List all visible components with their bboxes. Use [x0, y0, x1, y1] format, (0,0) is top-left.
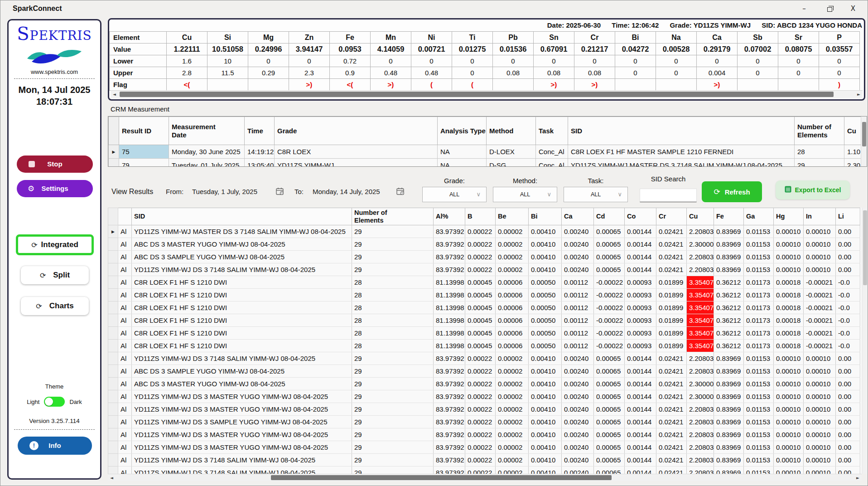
elements-count-cell[interactable]: 29: [352, 365, 434, 378]
results-column-header[interactable]: Cu: [687, 208, 714, 225]
value-cell[interactable]: 0.00144: [625, 238, 656, 251]
value-cell[interactable]: 0.00050: [529, 314, 562, 327]
value-cell[interactable]: -0.00021: [804, 289, 836, 301]
sid-cell[interactable]: YD11ZS YIMM-WJ DS 3 MASTER YUGO YIMM-WJ …: [132, 403, 352, 416]
value-cell[interactable]: 0.00144: [625, 403, 656, 416]
value-cell[interactable]: 0.83969: [714, 225, 744, 238]
results-row-gutter[interactable]: ▶: [108, 225, 118, 238]
elements-count-cell[interactable]: 29: [352, 251, 434, 263]
value-cell[interactable]: 0.01899: [656, 276, 687, 289]
task-cell[interactable]: Al: [118, 340, 132, 352]
crm-column-header[interactable]: Time: [245, 117, 275, 145]
value-cell[interactable]: 0.00065: [594, 467, 625, 474]
value-cell[interactable]: 0.00410: [529, 251, 562, 263]
value-cell[interactable]: 0.00240: [562, 238, 594, 251]
scrollbar-thumb[interactable]: [863, 210, 867, 285]
value-cell[interactable]: -0.00021: [804, 314, 836, 327]
value-cell[interactable]: 0.00010: [774, 467, 804, 474]
results-column-header[interactable]: B: [465, 208, 496, 225]
value-cell[interactable]: 0.00065: [594, 251, 625, 263]
value-cell[interactable]: -0.00021: [804, 327, 836, 340]
value-cell[interactable]: 0.00018: [774, 340, 804, 352]
sid-cell[interactable]: YD11ZS YIMM-WJ DS 3 MASTER YUGO YIMM-WJ …: [132, 441, 352, 454]
value-cell[interactable]: -0.0: [836, 276, 860, 289]
value-cell[interactable]: -0.0: [836, 314, 860, 327]
value-cell[interactable]: 0.00144: [625, 378, 656, 390]
results-row-gutter[interactable]: [108, 327, 118, 340]
crm-column-header[interactable]: SID: [568, 117, 795, 145]
sid-cell[interactable]: YD11ZS YIMM-WJ DS 3 7148 SALIM YIMM-WJ 0…: [132, 263, 352, 276]
value-cell[interactable]: 0.00022: [465, 441, 496, 454]
task-cell[interactable]: Al: [118, 251, 132, 263]
crm-column-header[interactable]: Number of Elements: [795, 117, 844, 145]
value-cell[interactable]: 0.01173: [744, 327, 774, 340]
results-row-gutter[interactable]: [108, 238, 118, 251]
value-cell[interactable]: 0.02421: [656, 390, 687, 403]
value-cell[interactable]: 0.00002: [496, 467, 529, 474]
sid-cell[interactable]: ABC DS 3 SAMPLE YUGO YIMM-WJ 08-04-2025: [132, 251, 352, 263]
refresh-button[interactable]: ⟳ Refresh: [702, 181, 762, 202]
value-cell[interactable]: 83.97392: [434, 365, 465, 378]
value-cell[interactable]: 0.00010: [774, 378, 804, 390]
value-cell[interactable]: 0.00: [836, 454, 860, 467]
results-column-header[interactable]: Bi: [529, 208, 562, 225]
value-cell[interactable]: 0.01173: [744, 301, 774, 314]
value-cell[interactable]: 0.00022: [465, 467, 496, 474]
value-cell[interactable]: 0.00022: [465, 352, 496, 365]
value-cell[interactable]: 0.00: [836, 416, 860, 428]
elements-count-cell[interactable]: 28: [352, 276, 434, 289]
value-cell[interactable]: 3.35407: [687, 289, 714, 301]
value-cell[interactable]: 0.00010: [804, 263, 836, 276]
value-cell[interactable]: 0.00093: [625, 276, 656, 289]
value-cell[interactable]: 0.00240: [562, 441, 594, 454]
elements-count-cell[interactable]: 29: [352, 225, 434, 238]
value-cell[interactable]: 83.97392: [434, 416, 465, 428]
value-cell[interactable]: 0.01153: [744, 378, 774, 390]
results-table-row[interactable]: AlYD11ZS YIMM-WJ DS 3 7148 SALIM YIMM-WJ…: [108, 263, 860, 276]
results-row-gutter[interactable]: [108, 301, 118, 314]
value-cell[interactable]: 0.00006: [496, 314, 529, 327]
value-cell[interactable]: 0.83969: [714, 263, 744, 276]
sid-search-input[interactable]: [640, 189, 697, 202]
value-cell[interactable]: 0.01153: [744, 428, 774, 441]
value-cell[interactable]: 0.36212: [714, 314, 744, 327]
value-cell[interactable]: 0.36212: [714, 289, 744, 301]
sid-cell[interactable]: YD11ZS YIMM-WJ MASTER DS 3 7148 SALIM YI…: [132, 225, 352, 238]
crm-cell[interactable]: C8R LOEX: [275, 145, 438, 159]
task-cell[interactable]: Al: [118, 352, 132, 365]
value-cell[interactable]: 83.97392: [434, 467, 465, 474]
value-cell[interactable]: 83.97392: [434, 403, 465, 416]
value-cell[interactable]: 0.00112: [562, 289, 594, 301]
sid-cell[interactable]: YD11ZS YIMM-WJ DS 3 MASTER YUGO YIMM-WJ …: [132, 390, 352, 403]
value-cell[interactable]: 81.13998: [434, 301, 465, 314]
value-cell[interactable]: 0.00065: [594, 238, 625, 251]
value-cell[interactable]: 0.00144: [625, 225, 656, 238]
value-cell[interactable]: 0.00144: [625, 454, 656, 467]
value-cell[interactable]: 0.00065: [594, 441, 625, 454]
value-cell[interactable]: 0.83969: [714, 403, 744, 416]
crm-cell[interactable]: NA: [438, 159, 487, 167]
value-cell[interactable]: 83.97392: [434, 238, 465, 251]
elements-count-cell[interactable]: 28: [352, 340, 434, 352]
results-table-row[interactable]: AlABC DS 3 SAMPLE YUGO YIMM-WJ 08-04-202…: [108, 251, 860, 263]
results-table-row[interactable]: AlYD11ZS YIMM-WJ DS 3 MASTER YUGO YIMM-W…: [108, 441, 860, 454]
results-column-header[interactable]: Hg: [774, 208, 804, 225]
value-cell[interactable]: -0.00022: [594, 289, 625, 301]
value-cell[interactable]: 0.00010: [804, 416, 836, 428]
value-cell[interactable]: 0.01153: [744, 441, 774, 454]
results-table-row[interactable]: AlABC DS 3 MASTER YUGO YIMM-WJ 08-04-202…: [108, 378, 860, 390]
value-cell[interactable]: 0.01899: [656, 340, 687, 352]
task-cell[interactable]: Al: [118, 403, 132, 416]
value-cell[interactable]: 0.02421: [656, 454, 687, 467]
sid-cell[interactable]: C8R LOEX F1 HF S 1210 DWI: [132, 314, 352, 327]
value-cell[interactable]: 0.00410: [529, 378, 562, 390]
value-cell[interactable]: 0.01899: [656, 327, 687, 340]
elements-count-cell[interactable]: 29: [352, 454, 434, 467]
value-cell[interactable]: 0.00010: [804, 403, 836, 416]
value-cell[interactable]: 0.01153: [744, 352, 774, 365]
value-cell[interactable]: 2.20803: [687, 365, 714, 378]
value-cell[interactable]: 0.00010: [774, 352, 804, 365]
value-cell[interactable]: 0.00410: [529, 403, 562, 416]
results-table-row[interactable]: ▶AlYD11ZS YIMM-WJ MASTER DS 3 7148 SALIM…: [108, 225, 860, 238]
value-cell[interactable]: 0.00112: [562, 276, 594, 289]
